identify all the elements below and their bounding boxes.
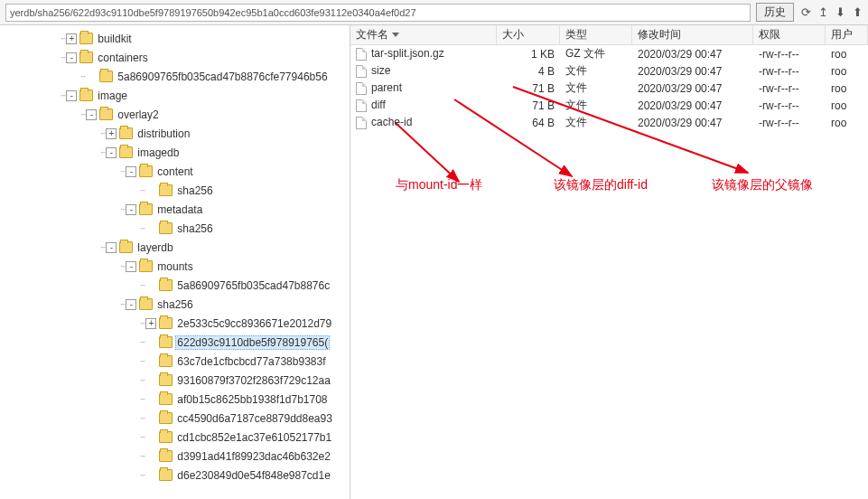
- top-toolbar: yerdb/sha256/622d93c9110dbe5f9789197650b…: [0, 0, 868, 25]
- collapse-icon[interactable]: -: [126, 204, 136, 215]
- file-icon: [356, 99, 367, 112]
- up-icon[interactable]: ↥: [818, 5, 828, 19]
- file-row[interactable]: size4 B文件2020/03/29 00:47-rw-r--r--roo: [350, 62, 868, 80]
- header-type[interactable]: 类型: [560, 25, 632, 44]
- file-date: 2020/03/29 00:47: [632, 82, 753, 95]
- header-size[interactable]: 大小: [497, 25, 560, 44]
- tree-item-label: 622d93c9110dbe5f978919765(: [175, 335, 330, 350]
- file-type: 文件: [560, 115, 632, 130]
- tree-leaf-icon: [145, 223, 156, 234]
- file-row[interactable]: diff71 B文件2020/03/29 00:47-rw-r--r--roo: [350, 97, 868, 114]
- file-date: 2020/03/29 00:47: [632, 65, 753, 78]
- collapse-icon[interactable]: -: [86, 109, 97, 120]
- path-input[interactable]: yerdb/sha256/622d93c9110dbe5f9789197650b…: [5, 4, 751, 22]
- tree-item[interactable]: ···+buildkit: [5, 29, 350, 48]
- tree-item[interactable]: ···-containers: [5, 48, 350, 67]
- file-user: roo: [826, 82, 868, 95]
- folder-icon: [139, 165, 153, 177]
- tree-item[interactable]: ···-sha256: [5, 295, 350, 314]
- tree-item-label: sha256: [177, 184, 212, 197]
- collapse-icon[interactable]: -: [66, 90, 77, 101]
- tree-item[interactable]: ···-overlay2: [5, 105, 350, 124]
- tree-item[interactable]: ···-metadata: [5, 200, 350, 219]
- tree-item[interactable]: ···-mounts: [5, 257, 350, 276]
- folder-icon: [99, 71, 113, 82]
- tree-item-label: distribution: [137, 127, 190, 140]
- header-user[interactable]: 用户: [826, 25, 868, 44]
- file-icon: [356, 117, 367, 129]
- tree-leaf-icon: [145, 413, 156, 424]
- collapse-icon[interactable]: -: [106, 242, 117, 253]
- file-size: 71 B: [497, 82, 560, 95]
- tree-item[interactable]: ···5a86909765fb035cad47b8876cfe77946b56: [5, 67, 350, 86]
- folder-icon: [79, 52, 93, 63]
- file-name: parent: [371, 81, 402, 94]
- tree-item[interactable]: ···63c7de1cfbcbcd77a738b9383f: [5, 352, 350, 371]
- file-icon: [356, 82, 367, 95]
- tree-item[interactable]: ···622d93c9110dbe5f978919765(: [5, 333, 350, 352]
- tree-item[interactable]: ···+2e533c5c9cc8936671e2012d79: [5, 314, 350, 333]
- file-row[interactable]: cache-id64 B文件2020/03/29 00:47-rw-r--r--…: [350, 114, 868, 131]
- tree-item-label: sha256: [157, 298, 192, 311]
- collapse-icon[interactable]: -: [126, 166, 136, 177]
- folder-icon: [139, 203, 153, 215]
- collapse-icon[interactable]: -: [126, 299, 136, 310]
- tree-item[interactable]: ···af0b15c8625bb1938f1d7b1708: [5, 390, 350, 409]
- file-name: diff: [371, 99, 386, 111]
- tree-item-label: 2e533c5c9cc8936671e2012d79: [177, 317, 331, 330]
- tree-item[interactable]: ···-content: [5, 162, 350, 181]
- file-type: 文件: [560, 63, 632, 79]
- folder-icon: [159, 393, 173, 405]
- file-user: roo: [826, 65, 868, 78]
- file-user: roo: [826, 117, 868, 129]
- tree-item-label: imagedb: [137, 146, 179, 159]
- tree-item[interactable]: ···-image: [5, 86, 350, 105]
- collapse-icon[interactable]: -: [66, 52, 77, 63]
- expand-icon[interactable]: +: [145, 318, 156, 329]
- folder-icon: [139, 298, 153, 310]
- download-icon[interactable]: ⬇: [835, 5, 845, 19]
- tree-item[interactable]: ···cd1cbc852e1ac37e61052177b1: [5, 428, 350, 447]
- folder-icon: [79, 89, 93, 101]
- expand-icon[interactable]: +: [66, 33, 77, 44]
- file-type: 文件: [560, 80, 632, 96]
- file-perm: -rw-r--r--: [753, 99, 826, 112]
- header-perm[interactable]: 权限: [753, 25, 826, 44]
- tree-item[interactable]: ···93160879f3702f2863f729c12aa: [5, 371, 350, 390]
- tree-item-label: d3991ad41f89923dac46b632e2: [177, 450, 331, 463]
- collapse-icon[interactable]: -: [106, 147, 117, 158]
- tree-item[interactable]: ···sha256: [5, 181, 350, 200]
- tree-item[interactable]: ···-imagedb: [5, 143, 350, 162]
- header-name[interactable]: 文件名: [350, 25, 497, 44]
- file-name: tar-split.json.gz: [371, 47, 444, 60]
- folder-icon: [159, 317, 173, 329]
- tree-item[interactable]: ···5a86909765fb035cad47b8876c: [5, 276, 350, 295]
- tree-item-label: 63c7de1cfbcbcd77a738b9383f: [177, 355, 325, 368]
- history-button[interactable]: 历史: [756, 3, 794, 22]
- tree-item[interactable]: ···sha256: [5, 219, 350, 238]
- folder-icon: [159, 222, 173, 234]
- file-perm: -rw-r--r--: [753, 82, 826, 95]
- folder-icon: [159, 412, 173, 424]
- expand-icon[interactable]: +: [106, 128, 117, 139]
- file-size: 1 KB: [497, 48, 560, 61]
- tree-item[interactable]: ···d3991ad41f89923dac46b632e2: [5, 447, 350, 466]
- folder-icon: [159, 355, 173, 367]
- tree-item[interactable]: ···+distribution: [5, 124, 350, 143]
- tree-item-label: cc4590d6a7187ce8879dd8ea93: [177, 412, 332, 425]
- tree-item[interactable]: ···cc4590d6a7187ce8879dd8ea93: [5, 409, 350, 428]
- file-row[interactable]: tar-split.json.gz1 KBGZ 文件2020/03/29 00:…: [350, 45, 868, 62]
- file-size: 71 B: [497, 99, 560, 112]
- tree-item[interactable]: ···-layerdb: [5, 238, 350, 257]
- refresh-icon[interactable]: ⟳: [801, 5, 811, 19]
- upload-icon[interactable]: ⬆: [853, 5, 863, 19]
- file-size: 4 B: [497, 65, 560, 78]
- tree-item-label: mounts: [157, 260, 192, 273]
- file-row[interactable]: parent71 B文件2020/03/29 00:47-rw-r--r--ro…: [350, 80, 868, 97]
- collapse-icon[interactable]: -: [126, 261, 136, 272]
- tree-leaf-icon: [145, 185, 156, 196]
- header-modified[interactable]: 修改时间: [632, 25, 753, 44]
- tree-item[interactable]: ···d6e230849d0e54f848e987cd1e: [5, 466, 350, 485]
- file-name: cache-id: [371, 116, 412, 128]
- tree-pane: ···+buildkit···-containers···5a86909765f…: [0, 25, 350, 499]
